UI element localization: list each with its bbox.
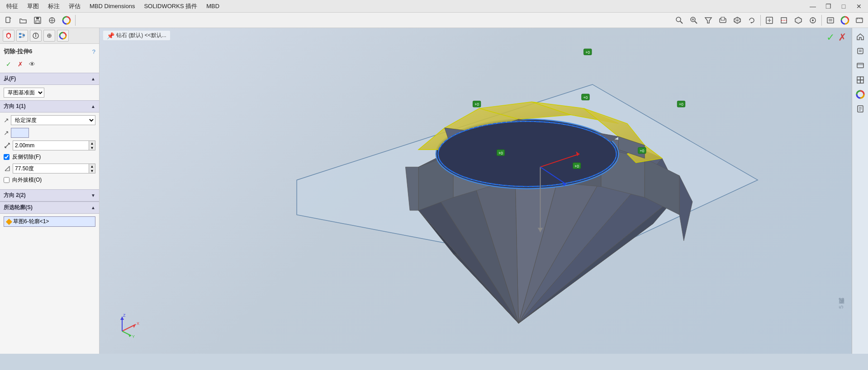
svg-rect-21 [827, 18, 834, 23]
view-label: 前视面5 [837, 305, 845, 309]
menu-pinggu[interactable]: 评估 [64, 0, 85, 12]
depth-spinners: ▲ ▼ [89, 141, 95, 150]
panel-title-text: 切除-拉伸6 [4, 47, 33, 56]
menu-mbd-dimensions[interactable]: MBD Dimensions [85, 1, 139, 11]
svg-text:+0: +0 [583, 95, 588, 100]
menu-mbd[interactable]: MBD [202, 1, 224, 11]
smart-dim-button[interactable] [45, 14, 59, 27]
panel-content: 切除-拉伸6 ? ✓ ✗ 👁 从(F) ▲ 草图基准面 方向 1(1) [0, 44, 99, 354]
svg-text:+0: +0 [498, 151, 503, 155]
svg-line-11 [695, 21, 697, 23]
view-orient-button[interactable] [806, 14, 820, 27]
svg-text:+0: +0 [474, 102, 479, 107]
svg-text:+0: +0 [640, 149, 644, 153]
depth-input[interactable] [13, 141, 89, 150]
left-panel: 切除-拉伸6 ? ✓ ✗ 👁 从(F) ▲ 草图基准面 方向 1(1) [0, 28, 100, 354]
direction2-section-header[interactable]: 方向 2(2) ▼ [0, 189, 99, 201]
home-button[interactable] [854, 30, 867, 43]
contour-item[interactable]: 草图6-轮廓<1> [4, 216, 95, 227]
direction1-section-header[interactable]: 方向 1(1) ▲ [0, 100, 99, 112]
outward-draft-row: 向外拔模(O) [4, 176, 95, 184]
solidworks-logo[interactable] [3, 30, 14, 42]
pan-button[interactable] [716, 14, 730, 27]
draft-input[interactable] [13, 164, 89, 173]
direction1-type-row: ↗ 给定深度 [4, 115, 95, 125]
feature-tree-btn[interactable] [16, 30, 28, 42]
properties-btn[interactable] [30, 30, 42, 42]
part-properties-btn[interactable] [854, 44, 867, 58]
filter-button[interactable] [702, 14, 715, 27]
from-label: 从(F) [4, 75, 16, 83]
preview-button[interactable]: 👁 [27, 59, 37, 69]
contour-item-text: 草图6-轮廓<1> [13, 218, 49, 225]
open-button[interactable] [16, 14, 30, 27]
direction1-label: 方向 1(1) [4, 103, 26, 110]
color-rt-btn[interactable] [854, 88, 867, 101]
menu-tezheng[interactable]: 特征 [2, 0, 23, 12]
help-icon[interactable]: ? [92, 48, 95, 55]
display-style-button[interactable] [792, 14, 805, 27]
view3d-button[interactable] [730, 14, 744, 27]
appearance-color-btn[interactable] [57, 30, 69, 42]
measure-button[interactable] [853, 14, 866, 27]
display-mgr-button[interactable] [824, 14, 837, 27]
svg-text:X: X [137, 321, 139, 326]
draft-up[interactable]: ▲ [89, 164, 95, 169]
from-section-content: 草图基准面 [0, 85, 99, 100]
svg-marker-12 [705, 18, 711, 23]
close-button[interactable]: ✕ [852, 0, 866, 13]
cancel-button[interactable]: ✗ [15, 59, 25, 69]
svg-rect-0 [6, 17, 10, 23]
display-mgr-rt-btn[interactable] [854, 73, 867, 87]
svg-rect-112 [857, 63, 863, 68]
restore-button[interactable]: ❐ [821, 0, 835, 13]
direction1-type-select[interactable]: 给定深度 [11, 115, 95, 125]
svg-text:+0: +0 [574, 164, 579, 169]
draft-icon [4, 165, 11, 172]
appearance-button[interactable] [60, 14, 73, 27]
section-view-button[interactable] [777, 14, 791, 27]
svg-point-8 [676, 17, 681, 22]
ok-button[interactable]: ✓ [4, 59, 14, 69]
from-section-header[interactable]: 从(F) ▲ [0, 73, 99, 85]
contour-section-header[interactable]: 所选轮廓(S) ▲ [0, 201, 99, 214]
svg-rect-3 [36, 21, 39, 23]
scene-btn[interactable] [854, 59, 867, 72]
svg-rect-14 [721, 17, 725, 20]
draft-down[interactable]: ▼ [89, 169, 95, 173]
menu-caotu[interactable]: 草图 [23, 0, 43, 12]
minimize-button[interactable]: — [806, 0, 820, 13]
reverse-cut-label: 反侧切除(F) [12, 153, 41, 161]
contour-section-content: 草图6-轮廓<1> [0, 214, 99, 229]
svg-marker-101 [133, 324, 136, 328]
search2-button[interactable] [687, 14, 701, 27]
svg-rect-30 [19, 36, 21, 38]
svg-rect-114 [857, 77, 860, 80]
svg-text:Z: Z [123, 313, 126, 318]
rotate-button[interactable] [745, 14, 759, 27]
panel-actions: ✓ ✗ 👁 [0, 57, 99, 73]
from-select[interactable]: 草图基准面 [4, 88, 44, 98]
constraint-indicator-4: +0 [677, 101, 685, 107]
menu-biaozhu[interactable]: 标注 [43, 0, 64, 12]
edit-appear-button[interactable] [838, 14, 852, 27]
reverse-cut-checkbox[interactable] [4, 154, 9, 160]
zoom-all-button[interactable] [763, 14, 776, 27]
svg-rect-116 [857, 80, 860, 83]
from-arrow: ▲ [91, 76, 95, 81]
notes-rt-btn[interactable] [854, 102, 867, 116]
depth-up[interactable]: ▲ [89, 141, 95, 145]
maximize-button[interactable]: □ [836, 0, 851, 13]
save-button[interactable] [31, 14, 44, 27]
svg-text:+0: +0 [585, 50, 590, 55]
outward-draft-checkbox[interactable] [4, 177, 9, 183]
new-button[interactable] [2, 14, 15, 27]
viewport[interactable]: 📌 钻石 (默认) <<默认... ✓ ✗ [100, 28, 868, 354]
origins-btn[interactable] [43, 30, 55, 42]
depth-input-wrapper: ▲ ▼ [13, 141, 95, 150]
menu-solidworks-plugin[interactable]: SOLIDWORKS 插件 [139, 0, 202, 12]
search-button[interactable] [673, 14, 686, 27]
depth-down[interactable]: ▼ [89, 145, 95, 150]
contour-diamond-icon [6, 218, 12, 225]
depth-ruler-icon [4, 142, 11, 149]
